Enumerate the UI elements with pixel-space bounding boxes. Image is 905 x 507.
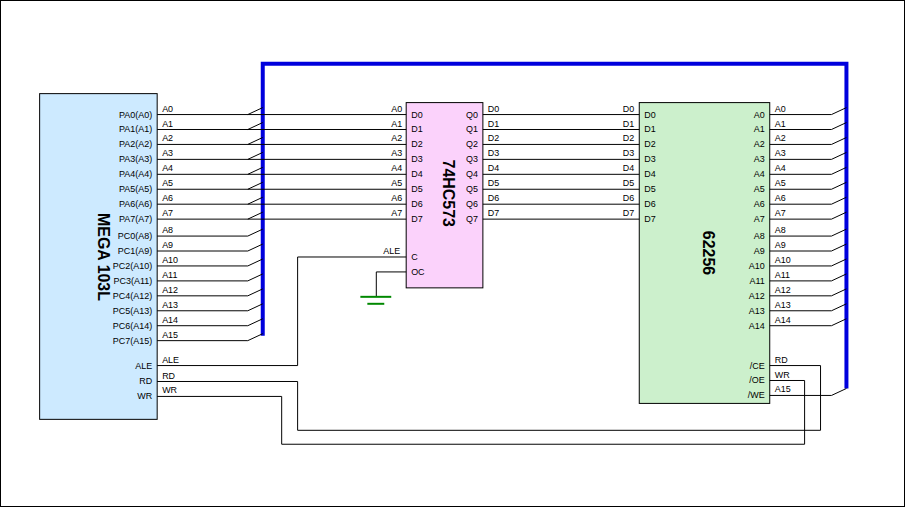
pin-74hc573-D3: D3 (411, 154, 422, 164)
pin-62256-A0: A0 (754, 110, 765, 120)
wire-label-D5: D5 (488, 178, 499, 188)
pin-62256-A12: A12 (749, 291, 765, 301)
pin-74hc573-D1: D1 (411, 124, 422, 134)
pin-mega103l-PA0(A0): PA0(A0) (119, 110, 152, 120)
pin-62256-A10: A10 (749, 261, 765, 271)
wire-label-D0: D0 (623, 104, 634, 114)
bus-tap (248, 259, 263, 266)
wire-label-RD: RD (162, 371, 175, 381)
pin-62256-D2: D2 (644, 139, 655, 149)
bus-tap (248, 289, 263, 296)
pin-74hc573-D7: D7 (411, 214, 422, 224)
wire-label-ALE: ALE (383, 246, 400, 256)
pin-62256-D1: D1 (644, 124, 655, 134)
bus-tap (248, 123, 263, 130)
wire-label-A6: A6 (391, 193, 402, 203)
wire-label-A7: A7 (391, 208, 402, 218)
pin-62256-WE: /WE (748, 390, 765, 400)
bus-tap (831, 319, 846, 326)
schematic-canvas: MEGA 103LPA0(A0)PA1(A1)PA2(A2)PA3(A3)PA4… (0, 0, 905, 507)
pin-62256-A13: A13 (749, 306, 765, 316)
wire-label-A12: A12 (162, 285, 178, 295)
wire-label-A4: A4 (391, 163, 402, 173)
pin-74hc573-Q2: Q2 (466, 139, 478, 149)
bus-tap (831, 274, 846, 281)
wire-label-D7: D7 (488, 208, 499, 218)
bus-tap (248, 167, 263, 174)
pin-74hc573-D2: D2 (411, 139, 422, 149)
pin-mega103l-PA5(A5): PA5(A5) (119, 184, 152, 194)
pin-74hc573-D6: D6 (411, 199, 422, 209)
pin-mega103l-WR: WR (137, 391, 152, 401)
wire-label-D4: D4 (623, 163, 634, 173)
pin-mega103l-PA7(A7): PA7(A7) (119, 214, 152, 224)
bus-tap (248, 152, 263, 159)
schematic-svg: MEGA 103LPA0(A0)PA1(A1)PA2(A2)PA3(A3)PA4… (1, 1, 904, 506)
wire-label-D7: D7 (623, 208, 634, 218)
pin-mega103l-PC4(A12): PC4(A12) (113, 291, 152, 301)
pin-62256-A6: A6 (754, 199, 765, 209)
pin-62256-D7: D7 (644, 214, 655, 224)
wire-label-WR: WR (775, 370, 790, 380)
wire-label-A14: A14 (775, 315, 791, 325)
wire-label-A4: A4 (162, 163, 173, 173)
wire-label-RD: RD (775, 355, 788, 365)
pin-62256-A1: A1 (754, 124, 765, 134)
pin-74hc573-D5: D5 (411, 184, 422, 194)
pin-62256-D5: D5 (644, 184, 655, 194)
pin-74hc573-Q6: Q6 (466, 199, 478, 209)
bus-tap (248, 334, 263, 341)
pin-74hc573-D0: D0 (411, 110, 422, 120)
wire-label-D5: D5 (623, 178, 634, 188)
pin-74hc573-C: C (411, 252, 418, 262)
wire-label-A3: A3 (162, 148, 173, 158)
chip-title-62256: 62256 (700, 231, 717, 275)
pin-74hc573-OC: OC (411, 267, 425, 277)
wire-label-A11: A11 (775, 270, 790, 280)
bus-tap (248, 319, 263, 326)
bus-tap (831, 244, 846, 251)
pin-62256-A4: A4 (754, 169, 765, 179)
wire-label-A10: A10 (775, 255, 791, 265)
wire-label-A15: A15 (775, 384, 791, 394)
wire-label-D2: D2 (623, 133, 634, 143)
pin-62256-CE: /CE (750, 361, 765, 371)
wire-label-A9: A9 (162, 240, 173, 250)
wire-label-A7: A7 (775, 208, 786, 218)
wire-label-A13: A13 (162, 300, 178, 310)
bus-tap (248, 197, 263, 204)
pin-62256-A9: A9 (754, 246, 765, 256)
wire-label-A1: A1 (391, 119, 402, 129)
wire-label-D3: D3 (488, 148, 499, 158)
wire-label-A0: A0 (391, 104, 402, 114)
wire-label-D0: D0 (488, 104, 499, 114)
wire-label-A2: A2 (162, 133, 173, 143)
bus-tap (831, 123, 846, 130)
wire-label-A9: A9 (775, 240, 786, 250)
bus-tap (248, 229, 263, 236)
chip-title-74hc573: 74HC573 (440, 160, 457, 227)
wire-label-A5: A5 (162, 178, 173, 188)
bus-tap (248, 212, 263, 219)
wire-label-A3: A3 (775, 148, 786, 158)
pin-mega103l-PA6(A6): PA6(A6) (119, 199, 152, 209)
wire-label-A0: A0 (162, 104, 173, 114)
pin-74hc573-Q0: Q0 (466, 110, 478, 120)
bus-tap (248, 137, 263, 144)
wire-label-D4: D4 (488, 163, 499, 173)
wire-label-A8: A8 (162, 225, 173, 235)
wire-label-D6: D6 (623, 193, 634, 203)
pin-mega103l-PC5(A13): PC5(A13) (113, 306, 152, 316)
bus-tap (831, 152, 846, 159)
pin-74hc573-Q1: Q1 (466, 124, 478, 134)
bus-tap (248, 274, 263, 281)
wire-label-A6: A6 (775, 193, 786, 203)
bus-tap (831, 212, 846, 219)
wire-label-A4: A4 (775, 163, 786, 173)
bus-tap (248, 182, 263, 189)
pin-mega103l-PC3(A11): PC3(A11) (114, 276, 153, 286)
pin-mega103l-PC6(A14): PC6(A14) (113, 321, 152, 331)
pin-mega103l-PA2(A2): PA2(A2) (119, 139, 152, 149)
wire-label-A10: A10 (162, 255, 178, 265)
pin-mega103l-ALE: ALE (135, 361, 152, 371)
